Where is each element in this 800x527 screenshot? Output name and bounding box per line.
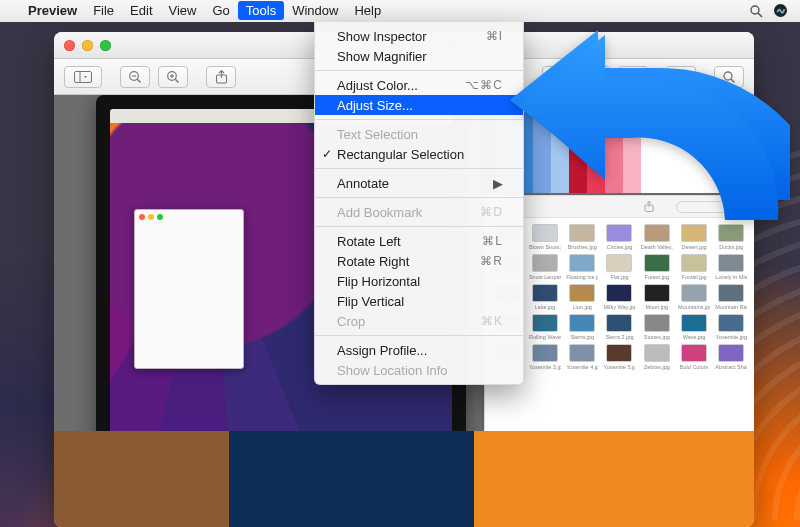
menu-view[interactable]: View bbox=[169, 3, 197, 18]
content-bottom-strip bbox=[54, 431, 754, 527]
thumbnail-item[interactable]: Blown Snow.jpg bbox=[528, 224, 561, 250]
menu-item-label: Rotate Right bbox=[337, 254, 409, 269]
thumbnail-item[interactable]: Moon.jpg bbox=[640, 284, 673, 310]
menu-item-label: Crop bbox=[337, 314, 365, 329]
menu-item-label: Annotate bbox=[337, 176, 389, 191]
zoom-in-button[interactable] bbox=[158, 66, 188, 88]
thumbnail-caption: Lion.jpg bbox=[573, 304, 592, 310]
thumbnail-item[interactable]: Sierra 2.jpg bbox=[603, 314, 636, 340]
markup-button[interactable] bbox=[618, 66, 648, 88]
thumbnail-caption: Lake.jpg bbox=[535, 304, 556, 310]
thumbnail-item[interactable]: Yosemite 5.jpg bbox=[603, 344, 636, 370]
thumbnail-item[interactable]: Snow Leopard.jpg bbox=[528, 254, 561, 280]
rotate-button[interactable] bbox=[580, 66, 610, 88]
tools-dropdown[interactable]: Show Inspector⌘IShow MagnifierAdjust Col… bbox=[314, 22, 524, 385]
thumbnail-item[interactable]: Sierra.jpg bbox=[566, 314, 599, 340]
thumbnail-image bbox=[606, 344, 632, 362]
menu-file[interactable]: File bbox=[93, 3, 114, 18]
menu-item-label: Rotate Left bbox=[337, 234, 401, 249]
thumbnail-image bbox=[532, 284, 558, 302]
thumbnail-item[interactable]: Bold Colors bbox=[677, 344, 710, 370]
share-button[interactable] bbox=[206, 66, 236, 88]
menu-go[interactable]: Go bbox=[212, 3, 229, 18]
thumbnail-image bbox=[644, 224, 670, 242]
thumbnail-item[interactable]: Stones.jpg bbox=[640, 314, 673, 340]
highlight-button[interactable] bbox=[542, 66, 572, 88]
menu-item-adjust-size[interactable]: Adjust Size... bbox=[315, 95, 523, 115]
menu-item-rotate-right[interactable]: Rotate Right⌘R bbox=[315, 251, 523, 271]
thumbnail-item[interactable]: Lonely in Mist.jpg bbox=[715, 254, 748, 280]
thumbnail-item[interactable]: Circles.jpg bbox=[603, 224, 636, 250]
thumbnail-item[interactable]: Foxtail.jpg bbox=[677, 254, 710, 280]
thumbnail-image bbox=[718, 344, 744, 362]
thumbnail-caption: Milky Way.jpg bbox=[603, 304, 635, 310]
thumbnail-item[interactable]: Mountains.jpg bbox=[677, 284, 710, 310]
finder-share-icon[interactable] bbox=[644, 201, 654, 213]
menu-item-label: Flip Horizontal bbox=[337, 274, 420, 289]
thumbnail-item[interactable]: Yosemite 4.jpg bbox=[566, 344, 599, 370]
thumbnail-caption: Blown Snow.jpg bbox=[529, 244, 561, 250]
search-button[interactable] bbox=[714, 66, 744, 88]
thumbnail-image bbox=[644, 314, 670, 332]
menu-item-flip-vertical[interactable]: Flip Vertical bbox=[315, 291, 523, 311]
thumbnail-item[interactable]: Forest.jpg bbox=[640, 254, 673, 280]
menu-item-rotate-left[interactable]: Rotate Left⌘L bbox=[315, 231, 523, 251]
thumbnail-caption: Zebras.jpg bbox=[644, 364, 670, 370]
thumbnail-image bbox=[681, 284, 707, 302]
svg-line-18 bbox=[731, 79, 735, 83]
menu-item-label: Assign Profile... bbox=[337, 343, 427, 358]
menu-item-label: Show Inspector bbox=[337, 29, 427, 44]
thumbnail-item[interactable]: Abstract Shapes bbox=[715, 344, 748, 370]
menu-help[interactable]: Help bbox=[354, 3, 381, 18]
menu-item-flip-horizontal[interactable]: Flip Horizontal bbox=[315, 271, 523, 291]
thumbnail-caption: Brushes.jpg bbox=[568, 244, 597, 250]
thumbnail-caption: Rolling Waves.jpg bbox=[529, 334, 561, 340]
thumbnail-item[interactable]: Ducks.jpg bbox=[715, 224, 748, 250]
thumbnail-item[interactable]: Flat.jpg bbox=[603, 254, 636, 280]
thumbnail-item[interactable]: Wave.jpg bbox=[677, 314, 710, 340]
thumbnail-caption: Sierra.jpg bbox=[570, 334, 594, 340]
menu-item-label: Text Selection bbox=[337, 127, 418, 142]
menu-item-label: Show Location Info bbox=[337, 363, 448, 378]
zoom-out-button[interactable] bbox=[120, 66, 150, 88]
thumbnail-item[interactable]: Yosemite.jpg bbox=[715, 314, 748, 340]
thumbnail-image bbox=[681, 314, 707, 332]
close-window-button[interactable] bbox=[64, 40, 75, 51]
spotlight-icon[interactable] bbox=[749, 4, 763, 18]
sidebar-view-button[interactable] bbox=[64, 66, 102, 88]
siri-icon[interactable] bbox=[773, 3, 788, 18]
macos-menubar: Preview File Edit View Go Tools Window H… bbox=[0, 0, 800, 22]
thumbnail-item[interactable]: Zebras.jpg bbox=[640, 344, 673, 370]
menu-item-assign-profile[interactable]: Assign Profile... bbox=[315, 340, 523, 360]
menu-item-show-inspector[interactable]: Show Inspector⌘I bbox=[315, 26, 523, 46]
menu-item-rectangular-selection[interactable]: ✓Rectangular Selection bbox=[315, 144, 523, 164]
menu-item-annotate[interactable]: Annotate▶ bbox=[315, 173, 523, 193]
menu-edit[interactable]: Edit bbox=[130, 3, 152, 18]
thumbnail-caption: Stones.jpg bbox=[644, 334, 670, 340]
thumbnail-image bbox=[532, 314, 558, 332]
thumbnail-item[interactable]: Death Valley.jpg bbox=[640, 224, 673, 250]
menu-item-add-bookmark: Add Bookmark⌘D bbox=[315, 202, 523, 222]
thumbnail-item[interactable]: Brushes.jpg bbox=[566, 224, 599, 250]
toolbox-button[interactable] bbox=[666, 66, 696, 88]
thumbnail-caption: Flat.jpg bbox=[610, 274, 628, 280]
menu-item-adjust-color[interactable]: Adjust Color...⌥⌘C bbox=[315, 75, 523, 95]
menu-item-shortcut: ⌘R bbox=[480, 254, 503, 268]
menu-item-label: Flip Vertical bbox=[337, 294, 404, 309]
thumbnail-item[interactable]: Rolling Waves.jpg bbox=[528, 314, 561, 340]
finder-search-field[interactable] bbox=[676, 201, 746, 213]
thumbnail-item[interactable]: Mountain Range.jpg bbox=[715, 284, 748, 310]
thumbnail-item[interactable]: Lake.jpg bbox=[528, 284, 561, 310]
thumbnail-item[interactable]: Floating Ice.jpg bbox=[566, 254, 599, 280]
thumbnail-item[interactable]: Desert.jpg bbox=[677, 224, 710, 250]
thumbnail-item[interactable]: Milky Way.jpg bbox=[603, 284, 636, 310]
menu-item-shortcut: ⌘K bbox=[481, 314, 503, 328]
thumbnail-item[interactable]: Lion.jpg bbox=[566, 284, 599, 310]
minimize-window-button[interactable] bbox=[82, 40, 93, 51]
app-menu[interactable]: Preview bbox=[28, 3, 77, 18]
thumbnail-item[interactable]: Yosemite 3.jpg bbox=[528, 344, 561, 370]
menu-tools[interactable]: Tools bbox=[238, 1, 284, 20]
menu-item-show-magnifier[interactable]: Show Magnifier bbox=[315, 46, 523, 66]
zoom-window-button[interactable] bbox=[100, 40, 111, 51]
menu-window[interactable]: Window bbox=[292, 3, 338, 18]
